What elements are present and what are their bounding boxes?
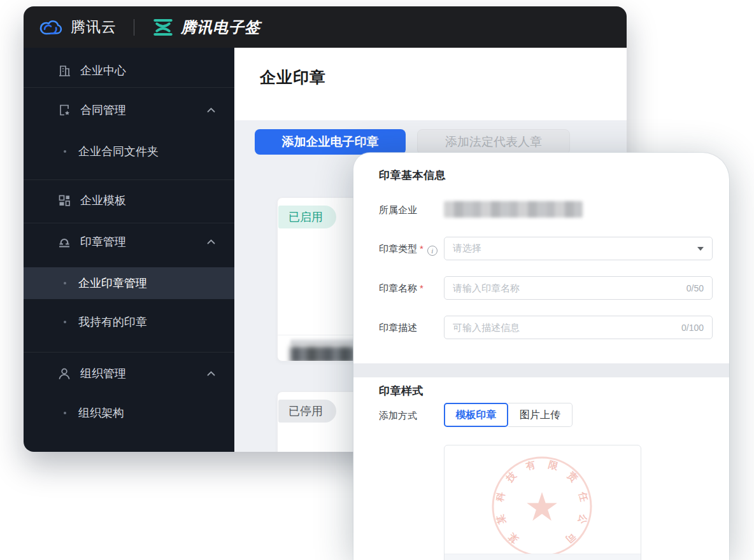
sidebar-item-seal-management[interactable]: 印章管理 — [24, 227, 234, 256]
sidebar-item-contract-management[interactable]: 合同管理 — [24, 95, 234, 124]
seal-desc-label: 印章描述 — [379, 322, 417, 334]
select-placeholder: 请选择 — [453, 242, 697, 255]
person-icon — [57, 367, 71, 381]
sidebar-item-enterprise-center[interactable]: 企业中心 — [24, 56, 234, 85]
seal-name-input[interactable] — [453, 283, 680, 293]
sidebar-item-label: 企业模板 — [80, 193, 126, 208]
sidebar-separator — [24, 352, 234, 353]
bullet-icon — [64, 282, 66, 284]
seal-preview-box: ★ 某某科技有限责任公司 — [444, 445, 641, 560]
redacted-seal-name — [290, 346, 355, 361]
svg-text:限: 限 — [547, 459, 560, 472]
bullet-icon — [64, 150, 66, 153]
bullet-icon — [64, 412, 66, 414]
svg-text:某: 某 — [506, 531, 521, 546]
sidebar-item-org-structure[interactable]: 组织架构 — [24, 398, 234, 427]
sidebar-subitem-label: 组织架构 — [78, 405, 124, 421]
svg-text:公: 公 — [576, 512, 590, 526]
sidebar-separator — [24, 223, 234, 223]
section-title: 印章基本信息 — [379, 168, 446, 183]
seal-star-icon: ★ — [524, 485, 560, 529]
seal-desc-input[interactable] — [453, 322, 675, 333]
seal-style-section: 印章样式 添加方式 模板印章 图片上传 ★ 某某科技有限责任公司 — [353, 377, 729, 560]
seal-stamp-icon — [57, 235, 71, 249]
svg-text:司: 司 — [564, 531, 578, 546]
tencent-cloud-logo-icon — [38, 18, 65, 37]
seal-desc-field-wrap: 0/100 — [444, 316, 713, 339]
sidebar-separator — [24, 87, 234, 88]
bullet-icon — [64, 321, 66, 323]
svg-text:某: 某 — [494, 512, 508, 526]
method-template-seal-button[interactable]: 模板印章 — [444, 403, 508, 427]
add-method-segmented: 模板印章 图片上传 — [444, 403, 573, 427]
action-buttons: 添加企业电子印章 添加法定代表人章 — [255, 129, 570, 155]
sidebar-subitem-label: 企业合同文件夹 — [78, 144, 159, 159]
char-counter: 0/100 — [681, 323, 704, 333]
sidebar-item-enterprise-templates[interactable]: 企业模板 — [24, 186, 234, 214]
redacted-text-line — [290, 339, 360, 345]
svg-text:任: 任 — [577, 490, 590, 502]
info-icon[interactable] — [427, 246, 437, 256]
add-legal-rep-seal-button[interactable]: 添加法定代表人章 — [417, 129, 570, 155]
section-title: 印章样式 — [379, 384, 423, 398]
svg-text:责: 责 — [565, 469, 580, 484]
chevron-down-icon — [697, 247, 704, 251]
topbar: 腾讯云 腾讯电子签 — [24, 6, 627, 48]
brand-name: 腾讯云 — [71, 17, 117, 37]
char-counter: 0/50 — [686, 283, 704, 293]
topbar-divider — [134, 19, 134, 36]
esign-logo-icon — [152, 18, 174, 37]
status-badge-disabled: 已停用 — [278, 400, 336, 423]
redacted-enterprise-name — [444, 201, 583, 218]
sidebar-item-org-management[interactable]: 组织管理 — [24, 359, 234, 388]
sidebar-item-label: 印章管理 — [80, 234, 126, 249]
seal-svg: ★ 某某科技有限责任公司 — [445, 445, 641, 560]
status-badge-enabled: 已启用 — [278, 206, 336, 228]
seal-name-field-wrap: 0/50 — [444, 276, 713, 300]
sidebar-subitem-label: 我持有的印章 — [78, 314, 147, 330]
sidebar-item-label: 组织管理 — [80, 366, 126, 381]
contract-icon — [57, 103, 71, 117]
add-enterprise-eseal-button[interactable]: 添加企业电子印章 — [255, 129, 406, 155]
svg-text:有: 有 — [524, 459, 537, 472]
sidebar: 企业中心 合同管理 企业合同文件夹 — [24, 48, 234, 452]
method-image-upload-button[interactable]: 图片上传 — [508, 403, 573, 427]
svg-text:科: 科 — [494, 490, 506, 503]
seal-type-label: 印章类型* — [379, 243, 437, 256]
seal-basic-info-section: 印章基本信息 所属企业 印章类型* 请选择 印章名称* 0/50 印章描述 0/… — [353, 153, 729, 363]
building-icon — [57, 64, 71, 78]
sidebar-item-enterprise-contract-folder[interactable]: 企业合同文件夹 — [24, 137, 234, 165]
sidebar-item-label: 合同管理 — [80, 102, 126, 118]
sidebar-item-enterprise-seal-management[interactable]: 企业印章管理 — [24, 267, 234, 299]
sidebar-separator — [24, 179, 234, 180]
sidebar-item-label: 企业中心 — [80, 63, 126, 78]
add-method-label: 添加方式 — [379, 410, 417, 422]
seal-name-label: 印章名称* — [379, 283, 423, 295]
product-name: 腾讯电子签 — [181, 17, 260, 38]
page-title: 企业印章 — [260, 67, 326, 88]
section-gap — [353, 363, 729, 377]
template-grid-icon — [57, 193, 71, 207]
chevron-up-icon[interactable] — [207, 108, 215, 113]
seal-preview-footer — [445, 554, 641, 560]
chevron-up-icon[interactable] — [207, 371, 215, 376]
svg-text:技: 技 — [503, 469, 518, 484]
seal-type-select[interactable]: 请选择 — [444, 237, 713, 260]
page: 腾讯云 腾讯电子签 企业中心 — [0, 0, 754, 560]
sidebar-subitem-label: 企业印章管理 — [78, 276, 147, 291]
chevron-up-icon[interactable] — [207, 239, 215, 244]
sidebar-item-my-seals[interactable]: 我持有的印章 — [24, 307, 234, 336]
add-seal-panel: 印章基本信息 所属企业 印章类型* 请选择 印章名称* 0/50 印章描述 0/… — [353, 153, 729, 560]
owner-enterprise-label: 所属企业 — [379, 204, 417, 216]
